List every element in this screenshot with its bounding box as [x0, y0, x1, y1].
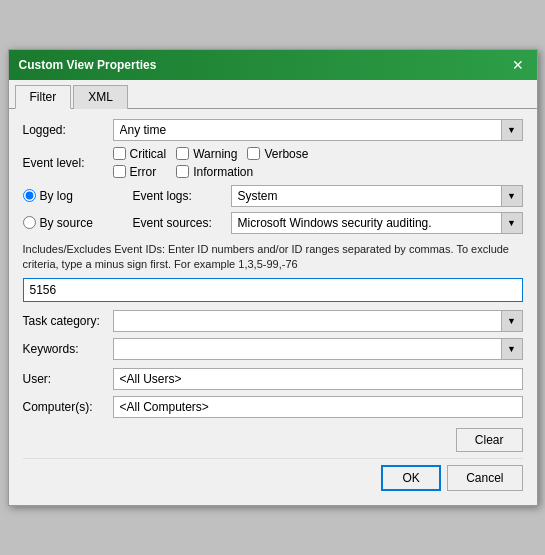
logged-select-wrapper: Any time Last hour Last 12 hours Last 24…: [113, 119, 523, 141]
computer-row: Computer(s):: [23, 396, 523, 418]
task-category-select-wrapper: ▼: [113, 310, 523, 332]
information-checkbox[interactable]: [176, 165, 189, 178]
tab-xml[interactable]: XML: [73, 85, 128, 109]
event-sources-label: Event sources:: [133, 216, 223, 230]
task-category-select[interactable]: [113, 310, 523, 332]
by-log-label: By log: [40, 189, 73, 203]
computer-input[interactable]: [113, 396, 523, 418]
log-source-section: By log Event logs: System Application Se…: [23, 185, 523, 234]
user-row: User:: [23, 368, 523, 390]
clear-row: Clear: [23, 428, 523, 452]
checkbox-row-1: Critical Warning Verbose: [113, 147, 309, 161]
event-id-input[interactable]: [23, 278, 523, 302]
logged-label: Logged:: [23, 123, 113, 137]
error-checkbox[interactable]: [113, 165, 126, 178]
tab-filter[interactable]: Filter: [15, 85, 72, 109]
by-source-radio[interactable]: [23, 216, 36, 229]
title-bar: Custom View Properties ✕: [9, 50, 537, 80]
event-level-row: Event level: Critical Warning Verbose: [23, 147, 523, 179]
task-category-label: Task category:: [23, 314, 113, 328]
ok-button[interactable]: OK: [381, 465, 441, 491]
event-sources-select-wrapper: Microsoft Windows security auditing. ▼: [231, 212, 523, 234]
information-label: Information: [193, 165, 253, 179]
event-id-row: [23, 278, 523, 302]
close-button[interactable]: ✕: [509, 56, 527, 74]
event-logs-cell: Event logs: System Application Security …: [133, 185, 523, 207]
checkbox-error: Error: [113, 165, 157, 179]
checkbox-warning: Warning: [176, 147, 237, 161]
clear-button[interactable]: Clear: [456, 428, 523, 452]
event-sources-cell: Event sources: Microsoft Windows securit…: [133, 212, 523, 234]
verbose-checkbox[interactable]: [247, 147, 260, 160]
tab-bar: Filter XML: [9, 80, 537, 109]
dialog-title: Custom View Properties: [19, 58, 157, 72]
keywords-label: Keywords:: [23, 342, 113, 356]
event-level-label: Event level:: [23, 156, 113, 170]
event-logs-label: Event logs:: [133, 189, 223, 203]
description-text: Includes/Excludes Event IDs: Enter ID nu…: [23, 242, 523, 273]
by-log-radio[interactable]: [23, 189, 36, 202]
checkbox-row-2: Error Information: [113, 165, 309, 179]
user-label: User:: [23, 372, 113, 386]
keywords-select-wrapper: ▼: [113, 338, 523, 360]
ok-cancel-row: OK Cancel: [23, 458, 523, 495]
error-label: Error: [130, 165, 157, 179]
computer-label: Computer(s):: [23, 400, 113, 414]
cancel-button[interactable]: Cancel: [447, 465, 522, 491]
event-sources-select[interactable]: Microsoft Windows security auditing.: [231, 212, 523, 234]
filter-panel: Logged: Any time Last hour Last 12 hours…: [9, 109, 537, 506]
warning-label: Warning: [193, 147, 237, 161]
checkbox-verbose: Verbose: [247, 147, 308, 161]
keywords-select[interactable]: [113, 338, 523, 360]
critical-checkbox[interactable]: [113, 147, 126, 160]
by-source-label: By source: [40, 216, 93, 230]
checkbox-critical: Critical: [113, 147, 167, 161]
warning-checkbox[interactable]: [176, 147, 189, 160]
keywords-row: Keywords: ▼: [23, 338, 523, 360]
logged-row: Logged: Any time Last hour Last 12 hours…: [23, 119, 523, 141]
by-source-radio-cell: By source: [23, 212, 133, 234]
dialog: Custom View Properties ✕ Filter XML Logg…: [8, 49, 538, 507]
task-category-row: Task category: ▼: [23, 310, 523, 332]
event-logs-select[interactable]: System Application Security: [231, 185, 523, 207]
verbose-label: Verbose: [264, 147, 308, 161]
critical-label: Critical: [130, 147, 167, 161]
user-input[interactable]: [113, 368, 523, 390]
checkbox-information: Information: [176, 165, 253, 179]
event-logs-select-wrapper: System Application Security ▼: [231, 185, 523, 207]
logged-select[interactable]: Any time Last hour Last 12 hours Last 24…: [113, 119, 523, 141]
by-log-radio-cell: By log: [23, 185, 133, 207]
checkboxes-container: Critical Warning Verbose Error: [113, 147, 309, 179]
